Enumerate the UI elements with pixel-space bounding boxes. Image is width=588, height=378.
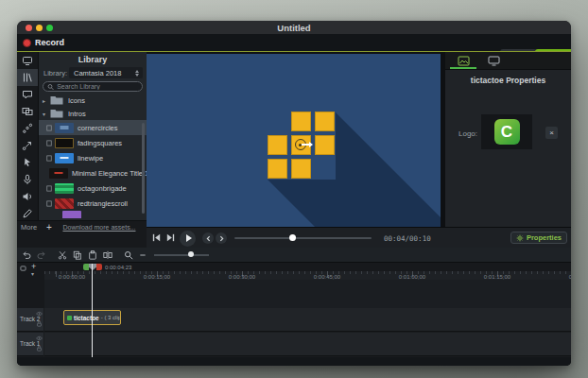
library-folder-icons[interactable]: ▸ Icons — [39, 94, 144, 107]
playhead-time-label: 0:00:04;23 — [105, 265, 131, 270]
timeline-zoom-handle[interactable] — [188, 251, 194, 257]
eye-icon[interactable] — [36, 335, 43, 341]
stage-square[interactable] — [291, 112, 311, 131]
folder-icon — [50, 109, 63, 118]
media-item-icon — [46, 140, 52, 146]
stage-square[interactable] — [315, 135, 335, 155]
track-header-track1[interactable]: Track 1 — [17, 333, 43, 356]
playback-scrubber[interactable] — [234, 237, 372, 239]
step-forward-button[interactable] — [165, 232, 176, 243]
sidebar-item-voice-narration[interactable] — [17, 171, 38, 188]
sidebar-item-animations[interactable] — [17, 137, 38, 154]
stage-square[interactable] — [291, 159, 311, 179]
tool-sidebar — [17, 52, 38, 220]
step-back-button[interactable] — [151, 232, 162, 243]
playhead-line[interactable] — [92, 264, 93, 357]
properties-toggle-button[interactable]: Properties — [510, 232, 567, 244]
track-lane-track2[interactable]: tictactoe - ( 3 clips ) — [44, 308, 571, 332]
redo-button[interactable] — [37, 250, 46, 260]
collapse-tracks-icon[interactable]: ▾ — [31, 270, 34, 277]
zoom-timeline-icon[interactable] — [124, 250, 133, 260]
title-bar[interactable]: Untitled — [17, 21, 571, 35]
play-icon — [186, 234, 192, 242]
download-more-assets-link[interactable]: Download more assets... — [52, 224, 147, 231]
timeline-ruler[interactable]: 0:00:00;00 0:00:15;00 0:00:30;00 0:00:45… — [44, 271, 571, 280]
tab-media-properties[interactable] — [478, 52, 509, 69]
selection-in-handle[interactable] — [83, 264, 89, 270]
library-select-label: Library: — [43, 69, 67, 77]
next-clip-button[interactable] — [216, 232, 227, 244]
play-button[interactable] — [180, 231, 196, 247]
logo-preview-well[interactable]: C — [481, 114, 532, 149]
track-header-track2[interactable]: Track 2 — [17, 308, 43, 332]
timeline-header-controls: + ▾ — [17, 263, 44, 280]
chevron-left-icon — [205, 235, 212, 242]
previous-clip-button[interactable] — [202, 232, 214, 244]
zoom-out-icon[interactable] — [139, 251, 147, 259]
eye-icon[interactable] — [36, 311, 43, 317]
main-toolbar: Record 83% Sign In — [17, 34, 571, 51]
track-header-gap — [17, 280, 44, 308]
track-options-icon[interactable] — [20, 266, 26, 271]
cursor-arrow-head — [309, 142, 313, 147]
copy-button[interactable] — [73, 250, 82, 260]
library-item-partial-thumbnail[interactable] — [62, 211, 81, 218]
sidebar-more-button[interactable]: More — [21, 223, 37, 232]
dropdown-carets-icon — [135, 70, 139, 77]
search-icon — [47, 83, 54, 91]
properties-panel: tictactoe Properties Logo: C × — [444, 52, 571, 227]
library-item-fadingsquares[interactable]: fadingsquares — [39, 135, 144, 150]
properties-toggle-label: Properties — [527, 233, 562, 242]
library-item-minimal-elegance[interactable]: Minimal Elegance Title 1 — [39, 165, 144, 180]
sidebar-item-media[interactable] — [17, 52, 38, 69]
library-folder-intros[interactable]: ▾ Intros — [39, 107, 144, 120]
tab-visual-properties[interactable] — [448, 52, 478, 69]
library-scrollbar[interactable] — [142, 123, 145, 214]
logo-field-label: Logo: — [458, 129, 477, 138]
image-icon — [458, 56, 470, 66]
lock-icon[interactable] — [36, 320, 43, 327]
sidebar-item-behaviors[interactable] — [17, 120, 38, 137]
ruler-label: 0:00:00;00 — [49, 274, 95, 280]
sidebar-item-library[interactable] — [17, 69, 38, 86]
camtasia-logo: C — [494, 119, 520, 145]
library-item-cornercircles[interactable]: cornercircles — [39, 120, 147, 135]
library-bottom-bar: More + Download more assets... — [17, 220, 147, 233]
sidebar-item-annotations[interactable] — [17, 86, 38, 103]
paste-button[interactable] — [88, 250, 97, 260]
library-item-octagonbrigade[interactable]: octagonbrigade — [39, 180, 144, 196]
library-item-linewipe[interactable]: linewipe — [39, 150, 144, 165]
playback-scrubber-handle[interactable] — [289, 234, 296, 241]
library-item-label: linewipe — [78, 154, 103, 163]
sidebar-item-transitions[interactable] — [17, 103, 38, 120]
library-item-redtrianglescroll[interactable]: redtrianglescroll — [39, 196, 144, 211]
stage-square[interactable] — [315, 112, 335, 131]
timeline-zoom-slider[interactable] — [154, 254, 209, 256]
stage-square[interactable] — [268, 159, 287, 179]
folder-icon — [50, 95, 63, 105]
record-button[interactable]: Record — [23, 36, 64, 49]
search-input[interactable] — [57, 83, 138, 90]
stage[interactable] — [147, 54, 441, 227]
library-select[interactable]: Camtasia 2018 — [69, 67, 143, 78]
selection-out-handle[interactable] — [96, 264, 102, 270]
track-area-gap[interactable] — [44, 280, 571, 308]
split-button[interactable] — [103, 250, 112, 260]
tree-collapsed-icon[interactable]: ▸ — [43, 97, 48, 104]
library-item-label: Minimal Elegance Title 1 — [72, 169, 148, 178]
remove-logo-button[interactable]: × — [545, 127, 558, 139]
clip-info: - ( 3 clips ) — [101, 315, 121, 320]
stage-square[interactable] — [268, 135, 287, 155]
record-icon — [23, 39, 31, 47]
track-lane-track1[interactable] — [44, 333, 571, 356]
tree-expanded-icon[interactable]: ▾ — [43, 111, 48, 117]
ruler-label: 0:01:15;00 — [475, 274, 520, 280]
lock-icon[interactable] — [36, 345, 43, 352]
sidebar-item-cursor-effects[interactable] — [17, 154, 38, 171]
library-search[interactable] — [43, 81, 143, 92]
undo-button[interactable] — [22, 250, 31, 260]
library-item-thumbnail — [55, 123, 74, 133]
cut-button[interactable] — [58, 250, 67, 260]
library-panel: Library Library: Camtasia 2018 ▸ Icons ▾… — [38, 52, 147, 220]
sidebar-item-audio-effects[interactable] — [17, 188, 38, 205]
